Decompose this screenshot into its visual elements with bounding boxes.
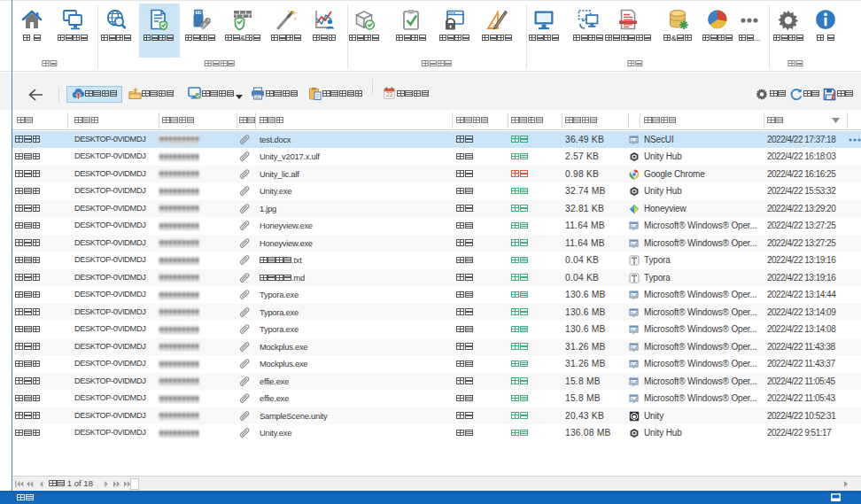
svg-text:23: 23 [386,91,393,97]
